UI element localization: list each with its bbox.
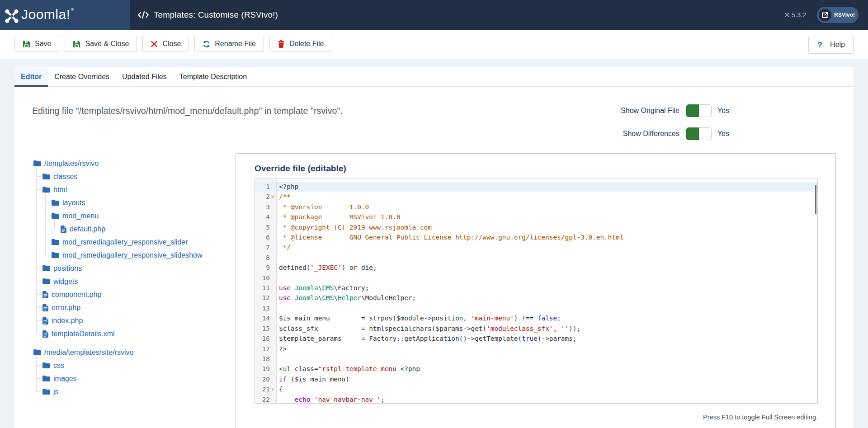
tree-item-css[interactable]: css xyxy=(42,359,64,372)
tree-item-component-php[interactable]: component.php xyxy=(42,288,101,301)
folder-icon xyxy=(42,278,50,285)
tree-item-images[interactable]: images xyxy=(42,372,77,385)
folder-icon xyxy=(52,239,59,245)
preview-template-button[interactable]: RSVivo! xyxy=(817,7,859,23)
code-line: ?> xyxy=(277,344,817,354)
delete-file-label: Delete File xyxy=(289,40,324,48)
code-token: \ xyxy=(334,294,338,301)
code-line: * @license GNU General Public License ht… xyxy=(277,232,817,242)
tree-item-mod-rsmediagallery-responsive-slider[interactable]: mod_rsmediagallery_responsive_slider xyxy=(52,235,188,249)
code-token-k: use xyxy=(279,294,291,301)
fold-marker-icon[interactable]: v xyxy=(270,192,275,202)
tab-create-overrides[interactable]: Create Overrides xyxy=(48,67,116,86)
tree-item-templatedetails-xml[interactable]: templateDetails.xml xyxy=(42,327,115,340)
save-button[interactable]: Save xyxy=(14,36,59,52)
tree-item-html[interactable]: html xyxy=(42,183,67,196)
code-token xyxy=(279,396,295,403)
tree-item-index-php[interactable]: index.php xyxy=(42,314,83,327)
code-token: ; xyxy=(381,396,385,403)
editor-scrollbar-thumb[interactable] xyxy=(815,185,816,214)
tree-node: component.php xyxy=(42,288,236,301)
save-label: Save xyxy=(35,40,51,48)
toggle-label-show-original-file: Show Original File xyxy=(621,107,679,115)
line-number: 17 xyxy=(255,344,276,354)
tree-node: mod_menudefault.php xyxy=(52,209,236,235)
code-token-n: Joomla xyxy=(295,294,318,301)
code-icon xyxy=(137,10,149,19)
code-line: <?php xyxy=(277,182,817,192)
code-line xyxy=(277,273,817,283)
close-button[interactable]: Close xyxy=(142,36,189,52)
tree-item-mod-rsmediagallery-responsive-slideshow[interactable]: mod_rsmediagallery_responsive_slideshow xyxy=(52,249,203,262)
tree-item-positions[interactable]: positions xyxy=(42,262,82,275)
line-number: 16 xyxy=(255,334,276,343)
code-line: { xyxy=(277,384,817,394)
tab-updated-files[interactable]: Updated Files xyxy=(116,67,173,86)
code-token-c: * @version 1.0.0 xyxy=(279,203,369,211)
code-token: ) !== xyxy=(514,315,538,322)
code-line xyxy=(277,354,817,364)
file-icon xyxy=(42,317,48,325)
toggle-switch-show-differences[interactable] xyxy=(686,127,712,140)
trademark-symbol: ® xyxy=(71,7,74,12)
code-token-a: false xyxy=(538,315,557,322)
tree-item-default-php[interactable]: default.php xyxy=(61,222,105,235)
editing-file-note: Editing file "/templates/rsvivo/html/mod… xyxy=(32,104,343,140)
tab-editor[interactable]: Editor xyxy=(14,67,48,86)
code-token: ) or die; xyxy=(342,264,377,271)
tree-node: htmllayoutsmod_menudefault.phpmod_rsmedi… xyxy=(42,183,236,262)
code-editor[interactable]: 12v3456789101112131415161718192021v22 <?… xyxy=(255,179,818,404)
folder-icon xyxy=(42,265,50,272)
save-close-button[interactable]: Save & Close xyxy=(65,36,137,52)
tree-item-label: layouts xyxy=(62,199,85,207)
line-number: 13 xyxy=(255,303,276,313)
delete-file-button[interactable]: Delete File xyxy=(269,36,332,52)
code-token-c: * @copyright (C) 2019 www.rsjoomla.com xyxy=(279,224,432,231)
toggle-group: Show Original FileYesShow DifferencesYes xyxy=(621,104,729,140)
tree-item--templates-rsvivo[interactable]: /templates/rsvivo xyxy=(33,157,99,170)
rename-file-button[interactable]: Rename File xyxy=(194,36,264,52)
code-editor-content[interactable]: <?php/** * @version 1.0.0 * @package RSV… xyxy=(277,179,817,403)
tree-item-layouts[interactable]: layouts xyxy=(52,196,85,209)
line-number-text: 14 xyxy=(262,315,270,322)
code-token xyxy=(291,294,295,301)
tab-template-description[interactable]: Template Description xyxy=(173,67,253,86)
code-token-k: if xyxy=(279,376,287,383)
joomla-logo-block: Joomla!® xyxy=(0,0,130,30)
tree-item-mod-menu[interactable]: mod_menu xyxy=(52,209,99,222)
code-token-s: "rstpl-template-menu xyxy=(318,365,401,372)
refresh-icon xyxy=(203,40,210,48)
tree-list: /templates/rsvivoclasseshtmllayoutsmod_m… xyxy=(33,157,236,398)
joomla-version-icon xyxy=(784,12,790,18)
tree-item--media-templates-site-rsvivo[interactable]: /media/templates/site/rsvivo xyxy=(33,346,133,359)
tree-item-error-php[interactable]: error.php xyxy=(42,301,80,314)
code-token: defined( xyxy=(279,264,310,271)
tree-node: /templates/rsvivoclasseshtmllayoutsmod_m… xyxy=(33,157,236,340)
tree-item-widgets[interactable]: widgets xyxy=(42,275,78,288)
tree-node: mod_rsmediagallery_responsive_slider xyxy=(52,235,236,249)
line-number-text: 6 xyxy=(266,234,270,241)
line-number-text: 13 xyxy=(262,305,270,312)
tree-item-js[interactable]: js xyxy=(42,385,59,398)
code-token-k: echo xyxy=(295,396,311,403)
code-token: <?php xyxy=(279,183,298,190)
save-icon xyxy=(73,40,80,48)
code-token-n: Joomla xyxy=(295,284,318,292)
tree-item-label: index.php xyxy=(52,317,83,325)
code-token-c: * @package RSVivo! 1.0.0 xyxy=(279,213,401,221)
line-number: 7 xyxy=(255,242,276,252)
tree-node: layouts xyxy=(52,196,236,209)
line-number-text: 21 xyxy=(262,386,270,393)
line-number-text: 10 xyxy=(262,274,270,282)
help-button[interactable]: ?Help xyxy=(808,36,854,54)
line-number-text: 4 xyxy=(266,213,270,221)
joomla-version: 5.3.2 xyxy=(784,11,806,19)
toggle-switch-show-original-file[interactable] xyxy=(686,104,712,117)
tree-item-label: html xyxy=(53,186,67,194)
folder-icon xyxy=(52,252,59,259)
code-line: /** xyxy=(277,192,817,202)
folder-icon xyxy=(42,375,50,382)
line-number: 2v xyxy=(255,192,276,202)
tree-item-classes[interactable]: classes xyxy=(42,170,77,183)
fold-marker-icon[interactable]: v xyxy=(270,384,275,394)
